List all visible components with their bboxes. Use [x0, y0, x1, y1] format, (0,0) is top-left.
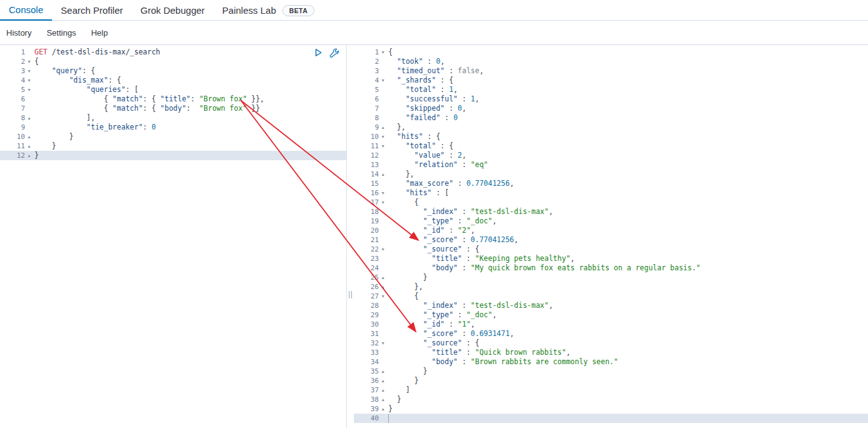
line-number: 7 — [21, 104, 25, 113]
line-number: 2 — [21, 57, 25, 66]
fold-open-icon[interactable]: ▾ — [379, 132, 387, 141]
gutter: 10▾ — [354, 132, 387, 141]
code-line-7: 7{ "match": { "body": "Brown fox" }} — [0, 104, 346, 113]
line-number: 30 — [371, 320, 379, 329]
gutter: 32▾ — [354, 339, 387, 348]
wrench-icon[interactable] — [329, 48, 339, 58]
gutter: 35▴ — [354, 367, 387, 376]
gutter: 3▾ — [0, 66, 33, 76]
send-request-icon[interactable] — [313, 48, 323, 58]
gutter: 2▾ — [0, 57, 33, 66]
code-line-34: 34"body" : "Brown rabbits are commonly s… — [354, 357, 868, 367]
line-number: 9 — [375, 123, 379, 132]
fold-close-icon[interactable]: ▴ — [379, 367, 387, 376]
line-number: 6 — [375, 94, 379, 104]
code-text: "max_score" : 0.77041256, — [387, 179, 868, 188]
fold-open-icon[interactable]: ▾ — [379, 188, 387, 198]
fold-open-icon[interactable]: ▾ — [25, 76, 33, 85]
fold-close-icon[interactable]: ▴ — [379, 282, 387, 292]
code-text — [387, 414, 868, 423]
request-actions — [313, 48, 339, 58]
gutter: 2 — [354, 57, 387, 66]
line-number: 28 — [371, 301, 379, 310]
fold-open-icon[interactable]: ▾ — [379, 76, 387, 85]
fold-close-icon[interactable]: ▴ — [379, 273, 387, 282]
fold-open-icon[interactable]: ▾ — [379, 198, 387, 207]
fold-open-icon[interactable]: ▾ — [25, 66, 33, 76]
code-line-26: 26▴}, — [354, 282, 868, 292]
code-line-35: 35▴} — [354, 367, 868, 376]
request-editor[interactable]: 1GET /test-dsl-dis-max/_search2▾{3▾"quer… — [0, 48, 346, 160]
tab-search-profiler[interactable]: Search Profiler — [52, 0, 132, 21]
code-line-12: 12"value" : 2, — [354, 151, 868, 160]
fold-open-icon[interactable]: ▾ — [379, 48, 387, 57]
fold-close-icon[interactable]: ▴ — [379, 376, 387, 385]
tab-label: Painless Lab — [222, 5, 276, 16]
line-number: 14 — [371, 170, 379, 179]
gutter: 17▾ — [354, 198, 387, 207]
code-text: } — [387, 404, 868, 414]
menu-item-settings[interactable]: Settings — [46, 28, 76, 38]
gutter: 40 — [354, 414, 387, 423]
beta-badge: BETA — [282, 5, 314, 16]
fold-close-icon[interactable]: ▴ — [25, 141, 33, 151]
code-line-11: 11▴} — [0, 141, 346, 151]
fold-close-icon[interactable]: ▴ — [379, 123, 387, 132]
fold-open-icon[interactable]: ▾ — [379, 141, 387, 151]
code-text: "_index" : "test-dsl-dis-max", — [387, 301, 868, 310]
response-pane: 1▾{2"took" : 0,3"timed_out" : false,4▾"_… — [354, 45, 868, 428]
line-number: 33 — [371, 348, 379, 357]
tab-painless-lab[interactable]: Painless LabBETA — [214, 0, 323, 21]
code-text: ], — [33, 113, 346, 123]
code-line-24: 24"body" : "My quick brown fox eats rabb… — [354, 263, 868, 273]
code-text: "_score" : 0.77041256, — [387, 235, 868, 245]
fold-open-icon[interactable]: ▾ — [379, 245, 387, 254]
gutter: 38▴ — [354, 395, 387, 404]
code-text: } — [33, 151, 346, 160]
gutter: 16▾ — [354, 188, 387, 198]
code-text: ] — [387, 385, 868, 395]
fold-open-icon[interactable]: ▾ — [25, 57, 33, 66]
gutter: 10▴ — [0, 132, 33, 141]
code-line-15: 15"max_score" : 0.77041256, — [354, 179, 868, 188]
code-text: } — [387, 367, 868, 376]
line-number: 15 — [371, 179, 379, 188]
code-text: "_type" : "_doc", — [387, 217, 868, 226]
fold-close-icon[interactable]: ▴ — [379, 395, 387, 404]
tab-grok-debugger[interactable]: Grok Debugger — [132, 0, 214, 21]
line-number: 32 — [371, 339, 379, 348]
fold-close-icon[interactable]: ▴ — [379, 385, 387, 395]
response-editor[interactable]: 1▾{2"took" : 0,3"timed_out" : false,4▾"_… — [354, 48, 868, 423]
line-number: 3 — [21, 66, 25, 76]
gutter: 4▾ — [354, 76, 387, 85]
menu-item-history[interactable]: History — [6, 28, 31, 38]
gutter: 12 — [354, 151, 387, 160]
code-line-3: 3"timed_out" : false, — [354, 66, 868, 76]
line-number: 5 — [21, 85, 25, 94]
pane-resize-handle[interactable] — [349, 291, 352, 298]
code-text: "total" : { — [387, 141, 868, 151]
tab-console[interactable]: Console — [0, 0, 52, 21]
fold-close-icon[interactable]: ▴ — [25, 151, 33, 160]
code-line-9: 9"tie_breaker": 0 — [0, 123, 346, 132]
fold-open-icon[interactable]: ▾ — [379, 292, 387, 301]
code-line-4: 4▾"_shards" : { — [354, 76, 868, 85]
fold-close-icon[interactable]: ▴ — [25, 132, 33, 141]
code-line-30: 30"_id" : "1", — [354, 320, 868, 329]
gutter: 39▴ — [354, 404, 387, 414]
code-text: { "match": { "body": "Brown fox" }} — [33, 104, 346, 113]
code-line-38: 38▴} — [354, 395, 868, 404]
code-text: "_type" : "_doc", — [387, 310, 868, 320]
gutter: 5▾ — [0, 85, 33, 94]
code-text: { — [387, 48, 868, 57]
code-text: "_shards" : { — [387, 76, 868, 85]
line-number: 34 — [371, 357, 379, 367]
fold-open-icon[interactable]: ▾ — [379, 339, 387, 348]
code-text: "title" : "Quick brown rabbits", — [387, 348, 868, 357]
fold-close-icon[interactable]: ▴ — [379, 170, 387, 179]
code-text: "timed_out" : false, — [387, 66, 868, 76]
menu-item-help[interactable]: Help — [91, 28, 108, 38]
fold-close-icon[interactable]: ▴ — [379, 404, 387, 414]
fold-open-icon[interactable]: ▾ — [25, 85, 33, 94]
fold-close-icon[interactable]: ▴ — [25, 113, 33, 123]
